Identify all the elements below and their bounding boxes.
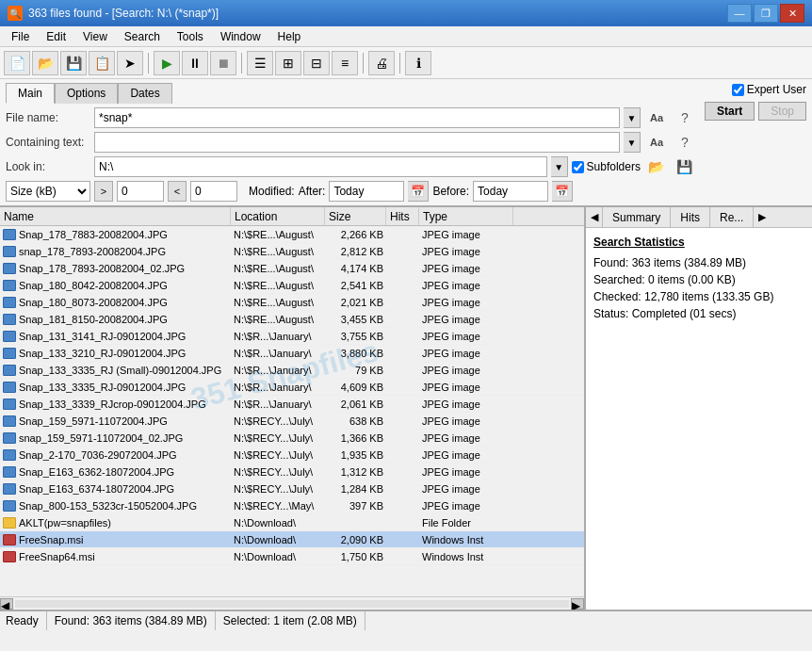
pause-button[interactable]: ⏸ [182, 51, 208, 75]
file-type-cell: File Folder [419, 517, 513, 529]
tab-dates[interactable]: Dates [118, 83, 171, 104]
stats-tab-results[interactable]: Re... [710, 207, 754, 227]
folder-save-icon[interactable]: 💾 [673, 156, 697, 177]
lt-button[interactable]: < [168, 181, 187, 202]
view1-button[interactable]: ☰ [247, 51, 273, 75]
size-lt-input[interactable] [190, 181, 237, 202]
hscroll-track[interactable] [15, 600, 569, 608]
file-type-icon [3, 263, 16, 274]
view3-button[interactable]: ⊟ [303, 51, 330, 75]
save-button[interactable]: 💾 [60, 51, 87, 75]
table-row[interactable]: FreeSnap64.msi N:\Download\ 1,750 KB Win… [0, 548, 584, 565]
table-row[interactable]: AKLT(pw=snapfiles) N:\Download\ File Fol… [0, 514, 584, 531]
before-cal-button[interactable]: 📅 [552, 181, 573, 202]
table-row[interactable]: Snap_E163_6374-18072004.JPG N:\$RECY...\… [0, 480, 584, 497]
file-size-cell: 2,021 KB [325, 297, 386, 308]
horizontal-scrollbar[interactable]: ◀ ▶ [0, 596, 584, 610]
restore-button[interactable]: ❐ [754, 4, 778, 23]
table-row[interactable]: Snap_180_8042-20082004.JPG N:\$RE...\Aug… [0, 277, 584, 294]
size-select[interactable]: Size (kB) [6, 181, 90, 202]
file-name-cell: Snap_E163_6362-18072004.JPG [0, 466, 231, 478]
file-size-cell: 2,061 KB [325, 399, 386, 410]
stats-arrow-right[interactable]: ▶ [754, 207, 771, 227]
containing-dropdown[interactable]: ▼ [624, 132, 641, 153]
file-name-cell: AKLT(pw=snapfiles) [0, 517, 231, 529]
info-button[interactable]: ℹ [405, 51, 431, 75]
stats-arrow-left[interactable]: ◀ [586, 207, 603, 227]
stop-button[interactable]: Stop [758, 102, 806, 121]
table-row[interactable]: Snap_180_8073-20082004.JPG N:\$RE...\Aug… [0, 294, 584, 311]
view2-button[interactable]: ⊞ [275, 51, 301, 75]
stats-tab-hits[interactable]: Hits [671, 207, 710, 227]
new-button[interactable]: 📄 [4, 51, 30, 75]
table-row[interactable]: Snap_133_3335_RJ-09012004.JPG N:\$R...\J… [0, 379, 584, 396]
containing-aa-button[interactable]: Aa [644, 132, 669, 153]
col-header-type[interactable]: Type [419, 207, 513, 225]
filename-help-button[interactable]: ? [673, 107, 697, 128]
after-date-input[interactable] [329, 181, 404, 202]
saveas-button[interactable]: 📋 [89, 51, 115, 75]
filename-aa-button[interactable]: Aa [644, 107, 669, 128]
menu-search[interactable]: Search [117, 28, 168, 45]
expert-user-checkbox[interactable] [732, 84, 744, 96]
table-row[interactable]: Snap_133_3339_RJcrop-09012004.JPG N:\$R.… [0, 396, 584, 413]
table-row[interactable]: Snap_178_7883-20082004.JPG N:\$RE...\Aug… [0, 226, 584, 243]
view4-button[interactable]: ≡ [332, 51, 358, 75]
filename-input[interactable] [94, 107, 620, 128]
table-row[interactable]: snap_159_5971-11072004_02.JPG N:\$RECY..… [0, 430, 584, 447]
col-header-name[interactable]: Name [0, 207, 231, 225]
menu-window[interactable]: Window [213, 28, 268, 45]
after-cal-button[interactable]: 📅 [408, 181, 429, 202]
file-type-icon [3, 432, 16, 444]
minimize-button[interactable]: — [727, 4, 752, 23]
table-row[interactable]: Snap_133_3335_RJ (Small)-09012004.JPG N:… [0, 362, 584, 379]
lookin-dropdown[interactable]: ▼ [551, 156, 568, 177]
gt-button[interactable]: > [94, 181, 113, 202]
table-row[interactable]: FreeSnap.msi N:\Download\ 2,090 KB Windo… [0, 531, 584, 548]
containing-text-input[interactable] [94, 132, 620, 153]
file-type-icon [3, 449, 16, 461]
stop-button[interactable]: ⏹ [210, 51, 236, 75]
folder-open-icon[interactable]: 📂 [644, 156, 669, 177]
print-button[interactable]: 🖨 [368, 51, 395, 75]
play-button[interactable]: ▶ [154, 51, 180, 75]
filename-dropdown[interactable]: ▼ [624, 107, 641, 128]
table-row[interactable]: Snap_2-170_7036-29072004.JPG N:\$RECY...… [0, 447, 584, 464]
file-location-cell: N:\$RE...\August\ [231, 280, 325, 291]
open-button[interactable]: 📂 [32, 51, 58, 75]
file-type-cell: JPEG image [419, 500, 513, 512]
subfolders-checkbox[interactable] [572, 161, 584, 173]
containing-help-button[interactable]: ? [673, 132, 697, 153]
col-header-size[interactable]: Size [325, 207, 386, 225]
start-button[interactable]: Start [705, 102, 755, 121]
menu-help[interactable]: Help [270, 28, 309, 45]
table-row[interactable]: Snap_181_8150-20082004.JPG N:\$RE...\Aug… [0, 311, 584, 328]
export-button[interactable]: ➤ [117, 51, 143, 75]
table-row[interactable]: Snap_133_3210_RJ-09012004.JPG N:\$R...\J… [0, 345, 584, 362]
col-header-location[interactable]: Location [231, 207, 325, 225]
table-row[interactable]: Snap_159_5971-11072004.JPG N:\$RECY...\J… [0, 413, 584, 430]
file-name-cell: Snap_133_3335_RJ-09012004.JPG [0, 382, 231, 393]
file-type-cell: Windows Inst [419, 551, 513, 562]
close-button[interactable]: ✕ [780, 4, 804, 23]
tab-options[interactable]: Options [55, 83, 118, 104]
file-location-cell: N:\$R...\January\ [231, 348, 325, 359]
hscroll-right[interactable]: ▶ [571, 598, 584, 610]
menu-view[interactable]: View [75, 28, 115, 45]
col-header-hits[interactable]: Hits [386, 207, 419, 225]
stats-tab-summary[interactable]: Summary [603, 207, 671, 227]
table-row[interactable]: Snap_800-153_5323cr-15052004.JPG N:\$REC… [0, 497, 584, 514]
menu-tools[interactable]: Tools [170, 28, 211, 45]
table-row[interactable]: Snap_E163_6362-18072004.JPG N:\$RECY...\… [0, 464, 584, 480]
menu-file[interactable]: File [4, 28, 37, 45]
hscroll-left[interactable]: ◀ [0, 598, 13, 610]
file-location-cell: N:\$RECY...\July\ [231, 449, 325, 461]
table-row[interactable]: Snap_131_3141_RJ-09012004.JPG N:\$R...\J… [0, 328, 584, 345]
tab-main[interactable]: Main [6, 83, 55, 104]
before-date-input[interactable] [473, 181, 548, 202]
lookin-input[interactable] [94, 156, 547, 177]
table-row[interactable]: Snap_178_7893-20082004_02.JPG N:\$RE...\… [0, 260, 584, 277]
table-row[interactable]: snap_178_7893-20082004.JPG N:\$RE...\Aug… [0, 243, 584, 260]
size-gt-input[interactable] [117, 181, 164, 202]
menu-edit[interactable]: Edit [39, 28, 73, 45]
